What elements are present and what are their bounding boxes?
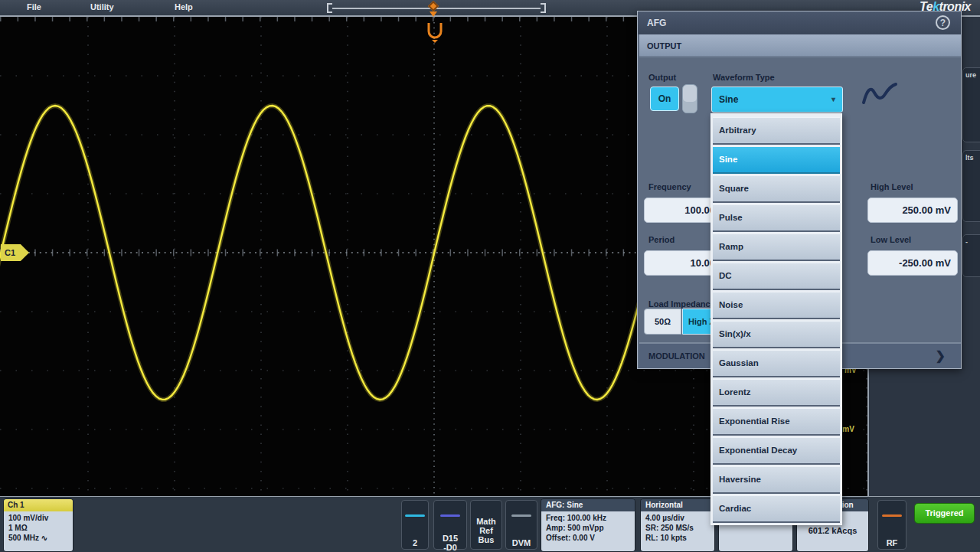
channel1-badge-title: Ch 1 <box>4 499 73 511</box>
ch2-color-bar <box>405 514 425 517</box>
afg-panel-title: AFG <box>638 11 961 34</box>
horizontal-badge-title: Horizontal <box>641 499 714 511</box>
dropdown-item-arbitrary[interactable]: Arbitrary <box>713 117 840 145</box>
pan-zoom-left-bracket <box>327 3 332 13</box>
menu-file[interactable]: File <box>27 2 41 11</box>
digital-color-bar <box>440 514 460 517</box>
channel2-button[interactable]: 2 <box>401 500 429 550</box>
ch1-bandwidth: 500 MHz ∿ <box>8 533 73 543</box>
rf-color-bar <box>882 514 902 517</box>
dvm-label: DVM <box>506 538 537 547</box>
horizontal-badge[interactable]: Horizontal 4.00 µs/div SR: 250 MS/s RL: … <box>640 498 715 552</box>
sidebar-button-fragment-2[interactable]: lts <box>962 150 980 222</box>
dropdown-item-gaussian[interactable]: Gaussian <box>713 350 840 377</box>
waveform-type-value: Sine <box>719 94 738 105</box>
afg-amp: Amp: 500 mVpp <box>546 523 635 533</box>
ch1-impedance: 1 MΩ <box>8 523 73 533</box>
frequency-label: Frequency <box>648 182 691 191</box>
sample-rate: SR: 250 MS/s <box>645 523 714 533</box>
waveform-type-select[interactable]: Sine ▾ <box>711 87 843 113</box>
dvm-color-bar <box>511 514 531 517</box>
dropdown-item-pulse[interactable]: Pulse <box>713 204 840 232</box>
dropdown-item-haversine[interactable]: Haversine <box>713 466 840 494</box>
output-toggle-switch[interactable] <box>682 84 697 113</box>
menu-help[interactable]: Help <box>175 2 193 11</box>
trigger-position-marker[interactable] <box>428 1 439 11</box>
digital-label: D15 -D0 <box>434 534 466 552</box>
ch1-scale: 100 mV/div <box>8 513 73 523</box>
tektronix-logo: Tektronix <box>920 0 971 14</box>
modulation-label: MODULATION <box>648 351 705 361</box>
afg-badge-title: AFG: Sine <box>541 499 635 511</box>
dropdown-item-ramp[interactable]: Ramp <box>713 234 840 261</box>
dropdown-item-noise[interactable]: Noise <box>713 292 840 319</box>
high-level-label: High Level <box>871 182 913 191</box>
math-label: Math Ref Bus <box>471 517 501 544</box>
trigger-source-flag-icon[interactable] <box>426 21 444 46</box>
period-value: 10.00 <box>651 251 715 275</box>
trigger-status-indicator: Triggered <box>914 503 975 524</box>
frequency-value: 100.00 <box>651 198 715 222</box>
dropdown-item-dc[interactable]: DC <box>713 263 840 290</box>
sidebar-button-fragment-1[interactable]: ure <box>962 67 980 142</box>
dropdown-item-sinx[interactable]: Sin(x)/x <box>713 321 840 348</box>
dropdown-item-lorentz[interactable]: Lorentz <box>713 379 840 407</box>
output-label: Output <box>648 73 676 82</box>
ch2-label: 2 <box>402 538 428 547</box>
help-icon[interactable]: ? <box>936 15 950 30</box>
chevron-right-icon: ❯ <box>936 344 946 368</box>
pan-zoom-right-bracket <box>541 3 546 13</box>
waveform-type-dropdown: Arbitrary Sine Square Pulse Ramp DC Nois… <box>710 113 842 525</box>
load-impedance-label: Load Impedance <box>648 299 715 309</box>
menu-utility[interactable]: Utility <box>90 2 114 11</box>
afg-offset: Offset: 0.00 V <box>546 533 635 543</box>
sidebar-button-fragment-3[interactable]: - <box>962 234 980 277</box>
dropdown-item-square[interactable]: Square <box>713 175 840 203</box>
output-on-button[interactable]: On <box>650 87 679 111</box>
chevron-down-icon: ▾ <box>831 87 835 112</box>
dropdown-item-exp-decay[interactable]: Exponential Decay <box>713 437 840 465</box>
channel1-badge[interactable]: Ch 1 100 mV/div 1 MΩ 500 MHz ∿ <box>3 498 74 552</box>
low-level-label: Low Level <box>871 235 911 244</box>
rf-button[interactable]: RF <box>877 500 906 550</box>
rf-label: RF <box>878 538 906 547</box>
digital-channels-button[interactable]: D15 -D0 <box>433 500 467 550</box>
horizontal-scale: 4.00 µs/div <box>645 513 714 523</box>
record-length: RL: 10 kpts <box>645 533 714 543</box>
load-impedance-50ohm-button[interactable]: 50Ω <box>644 309 681 335</box>
dropdown-item-exp-rise[interactable]: Exponential Rise <box>713 408 840 436</box>
output-section-header: OUTPUT <box>639 34 961 57</box>
low-level-field[interactable]: -250.00 mV <box>867 250 958 276</box>
trigger-position-arrow-icon <box>430 11 437 17</box>
bandwidth-icon: ∿ <box>41 534 47 542</box>
math-ref-bus-button[interactable]: Math Ref Bus <box>470 500 502 550</box>
oscilloscope-screen: File Utility Help Tektronix C1 mV 0 mV u… <box>0 0 980 552</box>
waveform-type-label: Waveform Type <box>713 73 775 82</box>
dropdown-item-cardiac[interactable]: Cardiac <box>713 495 840 523</box>
dvm-button[interactable]: DVM <box>505 500 537 550</box>
dropdown-item-sine[interactable]: Sine <box>713 146 840 174</box>
afg-freq: Freq: 100.00 kHz <box>546 513 635 523</box>
high-level-field[interactable]: 250.00 mV <box>867 198 958 223</box>
sine-shape-icon <box>861 79 898 114</box>
afg-status-badge[interactable]: AFG: Sine Freq: 100.00 kHz Amp: 500 mVpp… <box>541 498 635 552</box>
period-label: Period <box>648 235 675 244</box>
